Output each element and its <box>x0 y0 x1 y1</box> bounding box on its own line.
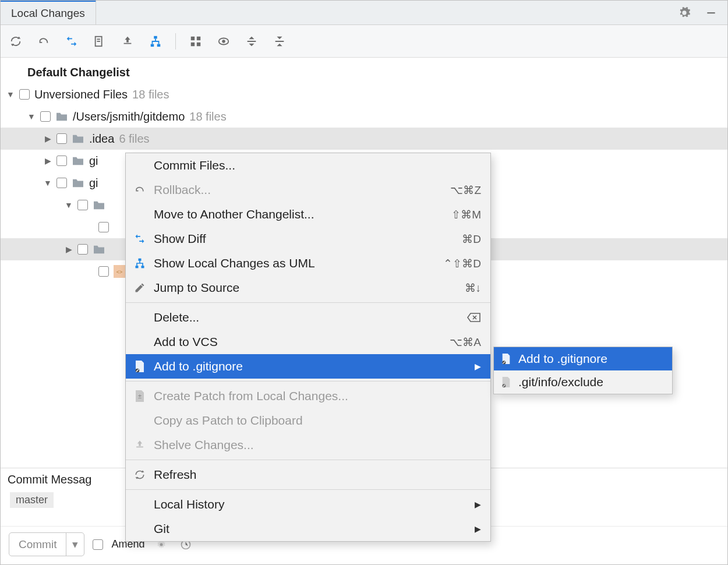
menu-add-to-gitignore[interactable]: Add to .gitignore ▶ <box>126 354 490 379</box>
branch-chip[interactable]: master <box>10 492 54 508</box>
folder-icon <box>72 178 84 188</box>
idea-folder-node[interactable]: ▶ .idea 6 files <box>1 128 727 150</box>
menu-move-changelist[interactable]: Move to Another Changelist... ⇧⌘M <box>126 202 490 227</box>
preview-icon[interactable] <box>215 33 232 50</box>
menu-add-to-vcs[interactable]: Add to VCS ⌥⌘A <box>126 330 490 354</box>
group-icon[interactable] <box>188 33 204 50</box>
tab-local-changes[interactable]: Local Changes <box>1 0 96 24</box>
svg-rect-0 <box>707 12 715 13</box>
menu-label: Jump to Source <box>154 281 239 295</box>
file-count: 18 files <box>189 107 226 126</box>
default-changelist-label: Default Changelist <box>27 63 130 82</box>
chevron-down-icon[interactable]: ▼ <box>65 199 73 211</box>
file-ignore-icon <box>500 352 513 365</box>
chevron-right-icon[interactable]: ▶ <box>44 132 52 145</box>
commit-button-label: Commit <box>9 534 66 556</box>
submenu-git-info-exclude[interactable]: .git/info/exclude <box>494 370 672 394</box>
commit-button[interactable]: Commit ▾ <box>9 532 84 556</box>
undo-icon[interactable] <box>36 33 52 50</box>
checkbox[interactable] <box>19 89 30 100</box>
uml-icon[interactable] <box>147 33 164 50</box>
chevron-right-icon: ▶ <box>475 362 481 371</box>
commit-dropdown[interactable]: ▾ <box>66 533 84 556</box>
menu-label: Rollback... <box>154 183 211 197</box>
compare-arrows-icon[interactable] <box>63 33 80 50</box>
unversioned-label: Unversioned Files <box>34 85 128 104</box>
root-folder-node[interactable]: ▼ /Users/jsmith/gitdemo 18 files <box>1 105 727 128</box>
menu-shelve: Shelve Changes... <box>126 433 490 457</box>
submenu-add-to-gitignore[interactable]: Add to .gitignore <box>494 347 672 370</box>
checkbox[interactable] <box>56 178 67 188</box>
checkbox[interactable] <box>77 200 88 210</box>
chevron-right-icon[interactable]: ▶ <box>65 243 73 256</box>
menu-git[interactable]: Git ▶ <box>126 517 490 541</box>
folder-icon <box>72 156 84 166</box>
menu-show-uml[interactable]: Show Local Changes as UML ⌃⇧⌘D <box>126 251 490 276</box>
folder-icon <box>55 111 68 122</box>
checkbox[interactable] <box>98 222 109 232</box>
uml-icon <box>133 256 147 270</box>
chevron-right-icon[interactable]: ▶ <box>44 154 52 167</box>
expand-icon[interactable] <box>243 33 260 50</box>
svg-rect-8 <box>197 36 200 40</box>
checkbox[interactable] <box>56 156 67 166</box>
menu-jump-to-source[interactable]: Jump to Source ⌘↓ <box>126 276 490 300</box>
menu-label: Show Diff <box>154 232 206 246</box>
menu-rollback: Rollback... ⌥⌘Z <box>126 178 490 202</box>
checkbox[interactable] <box>98 266 109 277</box>
menu-refresh[interactable]: Refresh <box>126 462 490 487</box>
folder-label: .idea <box>89 129 114 148</box>
checkbox[interactable] <box>56 133 67 144</box>
chevron-down-icon[interactable]: ▼ <box>44 176 52 189</box>
changelist-header[interactable]: Default Changelist <box>1 61 727 83</box>
changelist-icon[interactable] <box>91 33 108 50</box>
menu-local-history[interactable]: Local History ▶ <box>126 492 490 517</box>
folder-icon <box>72 133 84 144</box>
svg-text:±: ± <box>138 393 142 400</box>
gear-icon[interactable] <box>676 5 692 21</box>
html-file-icon: <> <box>114 265 125 278</box>
file-ignore-icon <box>500 376 513 389</box>
menu-commit-files[interactable]: Commit Files... <box>126 153 490 178</box>
menu-label: Commit Files... <box>154 158 235 172</box>
shortcut: ⌃⇧⌘D <box>443 257 481 270</box>
menu-create-patch: ± Create Patch from Local Changes... <box>126 384 490 408</box>
chevron-down-icon[interactable]: ▼ <box>27 110 36 123</box>
shortcut: ⇧⌘M <box>451 208 481 221</box>
folder-label: gi <box>89 151 98 170</box>
unversioned-files-node[interactable]: ▼ Unversioned Files 18 files <box>1 83 727 105</box>
svg-rect-17 <box>139 259 142 261</box>
menu-label: Local History <box>154 497 224 511</box>
shelf-icon <box>133 438 147 452</box>
folder-label: gi <box>89 174 98 192</box>
checkbox[interactable] <box>77 244 88 255</box>
shortcut: ⌘↓ <box>465 281 482 295</box>
refresh-icon[interactable] <box>8 33 24 50</box>
menu-copy-patch: Copy as Patch to Clipboard <box>126 408 490 433</box>
menu-show-diff[interactable]: Show Diff ⌘D <box>126 227 490 251</box>
compare-arrows-icon <box>133 232 147 246</box>
tabbar: Local Changes <box>1 1 727 25</box>
menu-delete[interactable]: Delete... <box>126 305 490 330</box>
undo-icon <box>133 183 147 197</box>
delete-key-icon <box>467 312 481 323</box>
menu-label: Git <box>154 522 169 536</box>
submenu-label: .git/info/exclude <box>518 375 603 389</box>
svg-rect-6 <box>157 44 161 47</box>
file-count: 6 files <box>119 129 149 148</box>
menu-label: Delete... <box>154 310 199 324</box>
collapse-icon[interactable] <box>271 33 288 50</box>
shelf-icon[interactable] <box>119 33 136 50</box>
menu-label: Move to Another Changelist... <box>154 207 314 221</box>
minimize-icon[interactable] <box>703 5 719 21</box>
menu-label: Create Patch from Local Changes... <box>154 389 348 403</box>
menu-label: Refresh <box>154 468 197 482</box>
checkbox[interactable] <box>40 111 51 122</box>
chevron-down-icon[interactable]: ▼ <box>6 88 15 101</box>
menu-label: Copy as Patch to Clipboard <box>154 414 303 428</box>
menu-label: Add to .gitignore <box>154 359 243 373</box>
shortcut: ⌥⌘Z <box>450 183 481 197</box>
shortcut: ⌥⌘A <box>450 336 481 349</box>
commit-message-label: Commit Messag <box>8 473 91 486</box>
amend-checkbox[interactable] <box>93 539 103 550</box>
